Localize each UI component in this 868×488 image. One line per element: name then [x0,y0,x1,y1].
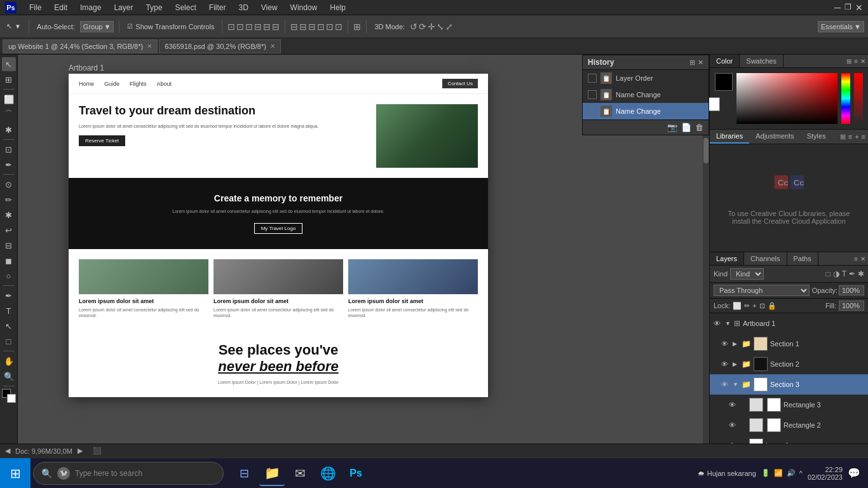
lock-transparent[interactable]: ⬜ [733,302,742,310]
opacity-input[interactable] [839,285,864,295]
text-tool-icon[interactable]: T [2,304,16,318]
layers-tab[interactable]: Layers [710,252,744,265]
scroll-thumb-vertical[interactable] [703,138,709,163]
tab-1-close[interactable]: ✕ [147,43,152,50]
move-tool[interactable]: ↖ ▼ [4,21,24,32]
menu-window[interactable]: Window [288,2,320,13]
foreground-color-swatch[interactable] [715,73,733,91]
history-expand-btn[interactable]: ⊞ [689,58,695,67]
history-brush-icon[interactable]: ↩ [2,223,16,237]
zoom-tool-icon[interactable]: 🔍 [2,369,16,383]
quick-select-icon[interactable]: ✱ [2,123,16,137]
taskbar-edge[interactable]: 🌐 [315,461,341,486]
filter-smart[interactable]: ✱ [858,269,864,278]
distribute-middle-v[interactable]: ⊡ [326,22,334,32]
adjustments-tab[interactable]: Adjustments [749,130,801,144]
artboard-tool-icon[interactable]: ⊞ [2,72,16,86]
paths-tab[interactable]: Paths [787,252,818,265]
layer-section1[interactable]: 👁 ▶ 📁 Section 1 [710,334,868,354]
channels-tab[interactable]: Channels [744,252,787,265]
status-arrow-left[interactable]: ◀ [5,447,10,455]
layer-eye-rect2[interactable]: 👁 [729,421,738,429]
history-item-1[interactable]: 📋 Layer Order [583,70,709,86]
move-tool-icon[interactable]: ↖ [2,57,16,71]
weather-widget[interactable]: 🌧 Hujan sekarang [698,470,756,477]
distribute-left[interactable]: ⊟ [290,22,298,32]
layer-section2[interactable]: 👁 ▶ 📁 Section 2 [710,354,868,374]
3d-pan[interactable]: ✛ [428,22,435,32]
filter-adjust[interactable]: ◑ [833,269,839,278]
color-spectrum-slider[interactable] [841,73,850,124]
menu-help[interactable]: Help [327,2,348,13]
history-new-doc-btn[interactable]: 📄 [681,123,691,132]
status-arrow-right[interactable]: ▶ [78,447,83,455]
distribute-bottom[interactable]: ⊡ [335,22,342,32]
menu-filter[interactable]: Filter [207,2,229,13]
layer-eye-rect3[interactable]: 👁 [729,401,738,409]
clone-stamp-icon[interactable]: ✱ [2,208,16,222]
libraries-add[interactable]: + [855,133,858,140]
spot-heal-icon[interactable]: ⊙ [2,177,16,191]
tab-2[interactable]: 6365918.psd @ 30,2% (RGB/8*) ✕ [159,39,281,53]
lock-all[interactable]: 🔒 [768,302,776,310]
lock-position[interactable]: + [752,302,756,310]
blend-mode-select[interactable]: Pass Through [714,285,810,296]
3d-slide[interactable]: ⤡ [437,22,444,32]
history-item-2[interactable]: 📋 Name Change [583,86,709,103]
history-item-3[interactable]: 📋 Name Change [583,103,709,119]
align-middle-v[interactable]: ⊟ [263,22,271,32]
menu-select[interactable]: Select [172,2,198,13]
gradient-icon[interactable]: ◼ [2,254,16,268]
filter-shape[interactable]: ✒ [849,269,855,278]
align-left[interactable]: ⊡ [227,22,235,32]
filter-type[interactable]: T [842,269,846,278]
layers-panel-menu[interactable]: ≡ [854,255,858,262]
distribute-top[interactable]: ⊡ [317,22,325,32]
kind-select[interactable]: Kind [730,268,764,280]
layer-expand-section2[interactable]: ▶ [733,361,739,367]
taskbar-photoshop[interactable]: Ps [343,461,369,486]
filter-pixel[interactable]: □ [825,269,830,278]
3d-scale[interactable]: ⤢ [445,22,453,32]
libraries-grid-view[interactable]: ⊞ [840,133,846,141]
pen-tool-icon[interactable]: ✒ [2,288,16,302]
eyedropper-icon[interactable]: ✒ [2,158,16,172]
layer-expand-section3[interactable]: ▼ [733,381,739,388]
layer-expand-artboard1[interactable]: ▼ [725,320,731,327]
layer-eye-section2[interactable]: 👁 [721,360,730,368]
layer-rect2[interactable]: 👁 Rectangle 2 [710,415,868,435]
libraries-tab[interactable]: Libraries [710,130,749,144]
layer-expand-section1[interactable]: ▶ [733,341,739,347]
color-panel-expand[interactable]: ⊞ [846,58,851,65]
menu-3d[interactable]: 3D [236,2,250,13]
tab-2-close[interactable]: ✕ [270,43,275,50]
history-snapshot-btn[interactable]: 📷 [667,123,677,132]
taskbar-mail[interactable]: ✉ [287,461,313,486]
layer-section3[interactable]: 👁 ▼ 📁 Section 3 [710,374,868,395]
align-right[interactable]: ⊡ [245,22,253,32]
align-bottom[interactable]: ⊟ [272,22,280,32]
layer-artboard-1[interactable]: 👁 ▼ ⊞ Artboard 1 [710,313,868,334]
layers-panel-close[interactable]: ✕ [860,255,865,262]
history-close-btn[interactable]: ✕ [698,58,703,67]
align-center-h[interactable]: ⊡ [236,22,244,32]
lasso-tool-icon[interactable]: ⌒ [2,107,16,121]
3d-rotate[interactable]: ↺ [410,22,417,32]
brush-tool-icon[interactable]: ✏ [2,193,16,207]
layer-rect3[interactable]: 👁 Rectangle 3 [710,395,868,415]
taskbar-explorer[interactable]: 📁 [259,461,285,486]
notification-btn[interactable]: 💬 [848,467,860,479]
expand-icons-btn[interactable]: ^ [799,470,803,477]
search-bar[interactable]: 🔍 🐿 Type here to search [33,462,224,485]
styles-tab[interactable]: Styles [801,130,832,144]
color-panel-close[interactable]: ✕ [860,58,865,65]
menu-file[interactable]: File [27,2,44,13]
menu-layer[interactable]: Layer [111,2,135,13]
marquee-tool-icon[interactable]: ⬜ [2,92,16,106]
libraries-menu[interactable]: ≡ [862,133,865,140]
lock-artboard[interactable]: ⊡ [759,302,765,310]
workspace-dropdown[interactable]: Essentials ▼ [818,21,864,32]
layer-eye-section1[interactable]: 👁 [721,340,730,348]
start-button[interactable]: ⊞ [0,458,31,489]
color-gradient-picker[interactable] [736,73,837,124]
